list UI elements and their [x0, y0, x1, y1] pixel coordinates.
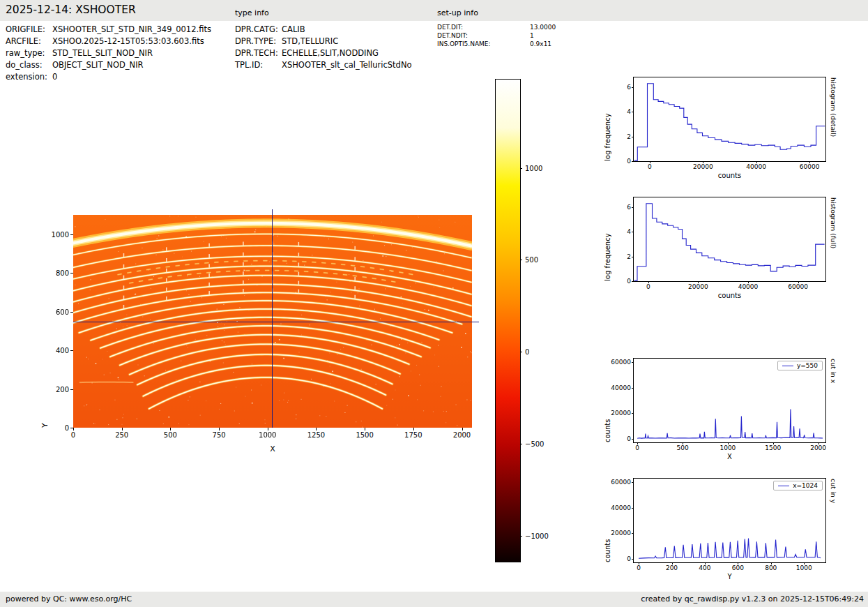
info-row: ARCFILE:XSHOO.2025-12-15T05:53:03.603.fi…	[6, 36, 211, 47]
info-value: 0	[52, 71, 57, 83]
hist_detail-line	[634, 77, 825, 161]
y-tick-mark	[632, 232, 634, 232]
y-tick-mark	[632, 87, 634, 88]
info-value: STD_TELL_SLIT_NOD_NIR	[52, 47, 153, 59]
type-info-heading: type info	[235, 8, 269, 17]
y-tick-label: 2	[627, 253, 631, 260]
x-tick-label: 60000	[800, 163, 820, 170]
colorbar-tick-mark	[520, 168, 522, 169]
crosshair-vertical	[272, 209, 273, 428]
colorbar-tick-label: −500	[525, 440, 544, 448]
y-tick-label: 0	[627, 435, 631, 442]
cut-in-y-plot: 020040060080010000200004000060000Ycounts…	[633, 478, 826, 563]
legend-label: x=1024	[793, 482, 818, 489]
info-label: raw_type:	[6, 47, 52, 59]
x-tick-label: 500	[164, 431, 177, 439]
info-value: 0.9x11	[530, 40, 551, 48]
y-tick-mark	[632, 413, 634, 414]
y-tick-label: 0	[627, 158, 631, 165]
x-tick-label: 0	[646, 283, 650, 290]
x-tick-mark	[268, 428, 268, 430]
footer-powered-by: powered by QC: www.eso.org/HC	[6, 592, 132, 607]
y-tick-mark	[632, 439, 634, 440]
colorbar-tick-mark	[520, 260, 522, 260]
y-tick-mark	[70, 350, 73, 351]
info-label: ARCFILE:	[6, 36, 52, 47]
y-tick-label: 40000	[611, 504, 631, 511]
x-tick-label: 1250	[307, 431, 325, 439]
y-tick-mark	[632, 112, 634, 112]
x-tick-label: 200	[666, 564, 678, 571]
y-tick-mark	[70, 389, 73, 390]
info-value: XSHOOTER_SLT_STD_NIR_349_0012.fits	[52, 24, 211, 36]
x-tick-label: 0	[637, 564, 641, 571]
info-row: TPL.ID:XSHOOTER_slt_cal_TelluricStdNo	[235, 59, 412, 71]
y-tick-label: 1000	[52, 230, 69, 238]
info-row: raw_type:STD_TELL_SLIT_NOD_NIR	[6, 47, 211, 59]
x-tick-label: 1000	[259, 431, 276, 439]
info-row: extension:0	[6, 71, 211, 83]
y-tick-label: 20000	[611, 530, 631, 537]
x-tick-mark	[122, 428, 123, 430]
x-axis-label: counts	[634, 292, 825, 299]
x-tick-label: 60000	[788, 283, 808, 290]
x-tick-mark	[413, 428, 414, 430]
x-tick-label: 500	[676, 444, 688, 451]
y-tick-mark	[632, 362, 634, 363]
colorbar: 10005000−500−1000	[495, 79, 521, 562]
y-tick-mark	[70, 312, 73, 313]
info-label: extension:	[6, 71, 52, 83]
legend-label: y=550	[797, 362, 818, 369]
y-tick-label: 6	[627, 84, 631, 91]
raw-frame-image-plot: 0250500750100012501500175020000200400600…	[73, 215, 472, 428]
y-tick-label: 400	[56, 347, 69, 354]
y-tick-mark	[632, 257, 634, 257]
qc-rawdisp-report-page: 2025-12-14: XSHOOTER type info set-up in…	[0, 0, 868, 607]
legend-line-sample	[778, 486, 789, 486]
y-tick-label: 6	[627, 204, 631, 211]
x-tick-label: 20000	[688, 283, 708, 290]
legend: y=550	[777, 361, 823, 370]
colorbar-gradient	[496, 80, 520, 562]
x-axis-label: counts	[634, 172, 825, 179]
colorbar-tick-label: 0	[525, 348, 529, 356]
side-label: cut in x	[830, 359, 837, 442]
info-row: DPR.TYPE:STD,TELLURIC	[235, 36, 412, 47]
legend: x=1024	[773, 481, 823, 490]
colorbar-tick-mark	[520, 352, 522, 352]
x-tick-label: 2000	[453, 431, 471, 439]
info-label: TPL.ID:	[235, 59, 282, 71]
info-value: CALIB	[282, 24, 305, 36]
y-tick-label: 4	[627, 108, 631, 115]
y-tick-mark	[70, 234, 73, 235]
info-label: do_class:	[6, 59, 52, 71]
footer-created-by: created by qc_rawdisp.py v1.2.3 on 2025-…	[641, 592, 864, 607]
x-tick-mark	[73, 428, 74, 430]
colorbar-tick-label: 500	[525, 256, 538, 264]
info-row: DET.DIT:13.0000	[437, 23, 556, 31]
y-tick-label: 0	[627, 278, 631, 285]
y-tick-label: 2	[627, 133, 631, 140]
x-tick-label: 1500	[356, 431, 373, 439]
x-axis-label: X	[73, 444, 472, 454]
info-label: DPR.TECH:	[235, 47, 282, 59]
setup-info-heading: set-up info	[437, 8, 478, 17]
info-label: DET.DIT:	[437, 23, 530, 31]
info-value: XSHOO.2025-12-15T05:53:03.603.fits	[52, 36, 204, 47]
info-value: 1	[530, 31, 534, 40]
info-row: INS.OPTI5.NAME:0.9x11	[437, 40, 556, 48]
colorbar-tick-label: −1000	[525, 532, 549, 540]
y-tick-mark	[632, 508, 634, 509]
file-info-section: ORIGFILE:XSHOOTER_SLT_STD_NIR_349_0012.f…	[6, 24, 211, 83]
side-label: histogram (detail)	[830, 77, 837, 161]
y-tick-label: 60000	[611, 479, 631, 486]
y-tick-mark	[632, 559, 634, 560]
info-label: INS.OPTI5.NAME:	[437, 40, 530, 48]
histogram-full-plot: 02000040000600000246countslog frequencyh…	[633, 197, 826, 282]
x-tick-mark	[219, 428, 220, 430]
x-tick-label: 800	[765, 564, 777, 571]
colorbar-tick-mark	[520, 536, 522, 537]
info-row: do_class:OBJECT_SLIT_NOD_NIR	[6, 59, 211, 71]
x-tick-mark	[170, 428, 171, 430]
colorbar-tick-label: 1000	[525, 164, 542, 172]
